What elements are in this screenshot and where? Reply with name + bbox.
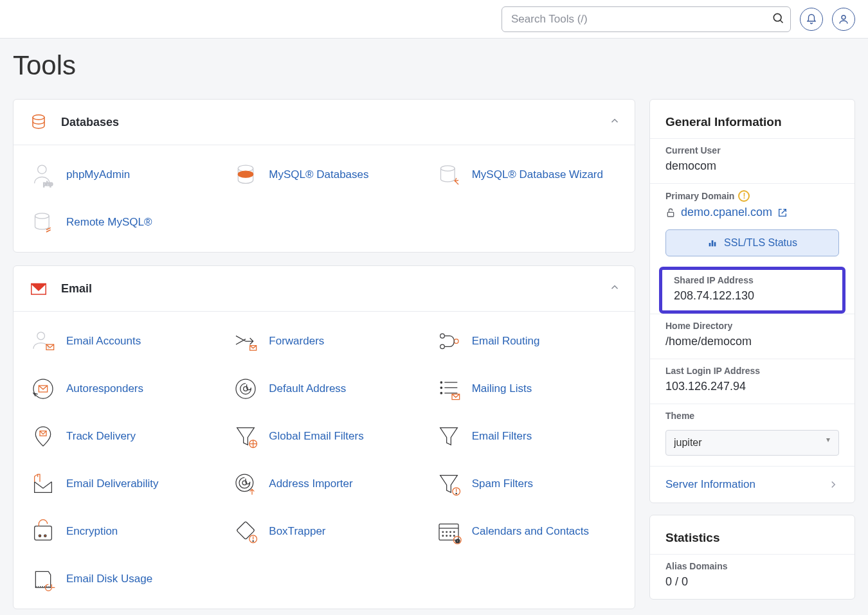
last-login-block: Last Login IP Address 103.126.247.94	[650, 359, 854, 404]
tool-spam-filters[interactable]: Spam Filters	[426, 463, 628, 504]
svg-point-41	[253, 540, 253, 541]
tool-calendars-contacts[interactable]: @Calendars and Contacts	[426, 511, 628, 552]
tool-default-address[interactable]: Default Address	[222, 368, 425, 409]
chevron-up-icon	[609, 281, 620, 296]
svg-point-45	[446, 531, 447, 533]
svg-rect-58	[709, 243, 711, 246]
bell-icon	[806, 13, 817, 25]
svg-point-7	[239, 171, 253, 177]
notifications-button[interactable]	[800, 8, 823, 31]
email-filters-icon	[435, 422, 463, 450]
spam-filters-icon	[435, 470, 463, 498]
autoresponders-icon	[29, 375, 57, 403]
email-icon	[28, 278, 50, 299]
panel-email: Email Email Accounts Forwarders Email Ro…	[13, 265, 635, 609]
tool-email-routing[interactable]: Email Routing	[426, 321, 628, 362]
tool-email-accounts[interactable]: Email Accounts	[20, 321, 222, 362]
last-login-label: Last Login IP Address	[665, 366, 839, 376]
svg-rect-59	[712, 240, 714, 246]
svg-point-21	[440, 382, 442, 384]
svg-rect-57	[667, 212, 673, 217]
boxtrapper-icon	[231, 517, 260, 546]
svg-rect-35	[35, 526, 52, 540]
theme-select[interactable]: jupiter	[665, 430, 839, 456]
svg-point-14	[440, 334, 444, 338]
search-input[interactable]	[502, 6, 791, 32]
general-info-title: General Information	[650, 112, 854, 138]
primary-domain-label: Primary Domain !	[665, 190, 839, 202]
alias-domains-block: Alias Domains 0 / 0	[650, 554, 854, 599]
tool-boxtrapper[interactable]: BoxTrapper	[222, 511, 425, 552]
tool-address-importer[interactable]: Address Importer	[222, 463, 425, 504]
shared-ip-highlight: Shared IP Address 208.74.122.130	[659, 267, 845, 314]
svg-point-50	[449, 535, 451, 537]
mysql-db-icon	[231, 161, 260, 189]
tool-email-deliverability[interactable]: Email Deliverability	[20, 463, 222, 504]
tool-phpmyadmin[interactable]: php phpMyAdmin	[20, 154, 222, 195]
svg-point-9	[35, 213, 50, 218]
chevron-up-icon	[609, 115, 620, 129]
tool-track-delivery[interactable]: Track Delivery	[20, 416, 222, 457]
panel-header-databases[interactable]: Databases	[14, 100, 635, 145]
database-icon	[28, 111, 50, 133]
svg-point-23	[440, 392, 442, 394]
primary-domain-link[interactable]: demo.cpanel.com	[665, 206, 788, 219]
tool-mysql-databases[interactable]: MySQL® Databases	[222, 154, 425, 195]
tool-remote-mysql[interactable]: Remote MySQL®	[20, 202, 222, 243]
theme-label: Theme	[665, 411, 839, 421]
server-information-link[interactable]: Server Information	[650, 466, 854, 503]
email-routing-icon	[435, 327, 463, 355]
user-icon	[838, 13, 849, 25]
svg-point-48	[442, 535, 444, 537]
svg-point-0	[773, 13, 781, 21]
svg-point-49	[446, 535, 447, 537]
last-login-value: 103.126.247.94	[665, 380, 839, 393]
svg-point-4	[38, 165, 46, 174]
ssl-status-button[interactable]: SSL/TLS Status	[665, 229, 839, 256]
svg-point-47	[453, 531, 455, 533]
svg-point-2	[842, 15, 845, 19]
tool-encryption[interactable]: Encryption	[20, 511, 222, 552]
tool-mysql-wizard[interactable]: MySQL® Database Wizard	[426, 154, 628, 195]
tool-forwarders[interactable]: Forwarders	[222, 321, 425, 362]
svg-point-19	[236, 379, 255, 398]
account-button[interactable]	[832, 8, 855, 31]
page-title: Tools	[0, 39, 868, 86]
statistics-panel: Statistics Alias Domains 0 / 0	[649, 515, 855, 600]
svg-point-44	[442, 531, 444, 533]
theme-block: Theme jupiter	[650, 404, 854, 466]
tool-global-email-filters[interactable]: Global Email Filters	[222, 416, 425, 457]
home-directory-block: Home Directory /home/democom	[650, 314, 854, 359]
shared-ip-label: Shared IP Address	[674, 275, 831, 285]
search-wrap	[502, 6, 791, 32]
default-address-icon	[231, 375, 260, 403]
svg-point-37	[44, 535, 46, 537]
address-importer-icon	[231, 470, 260, 498]
disk-usage-icon	[29, 565, 57, 593]
current-user-block: Current User democom	[650, 138, 854, 183]
global-filters-icon	[231, 422, 260, 450]
email-accounts-icon	[29, 327, 57, 355]
mysql-wizard-icon	[435, 161, 463, 189]
search-icon[interactable]	[770, 12, 786, 27]
svg-line-1	[781, 21, 783, 23]
svg-point-6	[239, 165, 253, 172]
home-dir-label: Home Directory	[665, 321, 839, 331]
svg-rect-38	[237, 521, 255, 539]
top-header	[0, 0, 868, 39]
tool-email-disk-usage[interactable]: Email Disk Usage	[20, 558, 222, 600]
remote-mysql-icon	[29, 208, 57, 236]
tool-email-filters[interactable]: Email Filters	[426, 416, 628, 457]
tool-mailing-lists[interactable]: Mailing Lists	[426, 368, 628, 409]
tool-autoresponders[interactable]: Autoresponders	[20, 368, 222, 409]
svg-point-17	[33, 379, 53, 398]
deliverability-icon	[29, 470, 57, 498]
alias-domains-value: 0 / 0	[665, 575, 839, 589]
external-link-icon	[777, 208, 788, 218]
panel-header-email[interactable]: Email	[14, 266, 635, 312]
primary-domain-block: Primary Domain ! demo.cpanel.com SSL/TLS…	[650, 183, 854, 267]
alias-domains-label: Alias Domains	[665, 561, 839, 571]
statistics-title: Statistics	[650, 528, 854, 554]
current-user-label: Current User	[665, 145, 839, 156]
sidebar: General Information Current User democom…	[649, 99, 855, 600]
